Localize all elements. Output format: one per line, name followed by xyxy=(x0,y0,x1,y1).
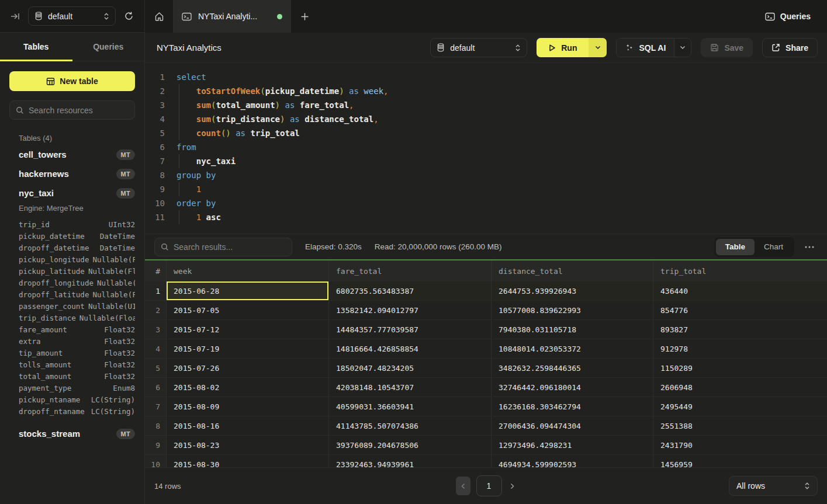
table-row: 92015-08-2339376089.20467850612973496.42… xyxy=(145,436,827,455)
table-cell[interactable]: 4694934.599902593 xyxy=(492,455,653,467)
next-page-button[interactable] xyxy=(508,481,517,492)
table-cell[interactable]: 23392463.94939961 xyxy=(329,455,492,467)
table-cell[interactable]: 893827 xyxy=(653,320,827,339)
table-cell[interactable]: 2015-08-30 xyxy=(167,455,329,467)
sidebar-body: New table Tables (4) cell_towersMThacker… xyxy=(0,61,144,504)
home-button[interactable] xyxy=(145,0,173,33)
results-search-input[interactable] xyxy=(174,242,286,252)
previous-page-button[interactable] xyxy=(456,477,470,495)
table-cell[interactable]: 3482632.2598446365 xyxy=(492,359,653,377)
table-cell[interactable]: 18502047.48234205 xyxy=(329,359,492,377)
save-label: Save xyxy=(724,43,743,53)
view-toggle-chart[interactable]: Chart xyxy=(755,239,793,255)
table-cell[interactable]: 13582142.094012797 xyxy=(329,301,492,319)
table-cell[interactable]: 2495449 xyxy=(653,397,827,416)
table-cell[interactable]: 14816664.426858854 xyxy=(329,339,492,358)
table-cell[interactable]: 27006436.094474304 xyxy=(492,416,653,435)
table-name: nyc_taxi xyxy=(19,188,54,198)
sql-editor[interactable]: 1select2 toStartOfWeek(pickup_datetime) … xyxy=(145,63,827,234)
queries-shortcut[interactable]: Queries xyxy=(765,12,811,21)
table-name: hackernews xyxy=(19,169,69,179)
run-options-button[interactable] xyxy=(589,38,607,57)
sql-ai-button[interactable]: SQL AI xyxy=(617,39,674,57)
chevron-up-down-icon xyxy=(515,44,521,52)
new-table-button[interactable]: New table xyxy=(9,71,135,91)
code-line: 2 toStartOfWeek(pickup_datetime) as week… xyxy=(145,84,827,98)
table-cell[interactable]: 10577008.839622993 xyxy=(492,301,653,319)
table-row: 22015-07-0513582142.09401279710577008.83… xyxy=(145,301,827,320)
table-cell[interactable]: 7940380.031105718 xyxy=(492,320,653,339)
collapse-sidebar-button[interactable] xyxy=(8,9,22,23)
column-type: Float32 xyxy=(104,349,135,357)
table-cell[interactable]: 2015-08-23 xyxy=(167,436,329,454)
column-header: trip_total xyxy=(653,260,827,281)
more-options-button[interactable] xyxy=(801,244,818,251)
share-button[interactable]: Share xyxy=(762,38,818,57)
sql-ai-label: SQL AI xyxy=(639,43,666,53)
table-cell[interactable]: 41143785.507074386 xyxy=(329,416,492,435)
table-cell[interactable]: 2015-08-09 xyxy=(167,397,329,416)
line-number: 4 xyxy=(145,114,165,124)
column-type: Enum8 xyxy=(113,384,135,392)
chevron-down-icon xyxy=(680,46,686,50)
row-number-cell: 6 xyxy=(145,378,167,397)
new-tab-button[interactable] xyxy=(291,0,318,33)
table-cell[interactable]: 6802735.563483387 xyxy=(329,281,492,300)
sidebar-table-item[interactable]: stocks_streamMT xyxy=(19,424,135,443)
resource-search-input[interactable] xyxy=(29,106,134,115)
selected-cell[interactable]: 2015-06-28 xyxy=(167,281,329,300)
sidebar-table-item[interactable]: cell_towersMT xyxy=(19,145,135,164)
table-cell[interactable]: 39376089.204678506 xyxy=(329,436,492,454)
column-definition: total_amountFloat32 xyxy=(19,370,135,382)
code-text: select xyxy=(177,72,206,82)
table-cell[interactable]: 40599031.36603941 xyxy=(329,397,492,416)
table-cell[interactable]: 2015-08-16 xyxy=(167,416,329,435)
results-table-body: 12015-06-286802735.5634833872644753.9399… xyxy=(145,281,827,467)
sidebar-tab-queries[interactable]: Queries xyxy=(72,33,145,61)
table-cell[interactable]: 2015-07-19 xyxy=(167,339,329,358)
sidebar-table-item[interactable]: nyc_taxiMT xyxy=(19,183,135,203)
table-cell[interactable]: 854776 xyxy=(653,301,827,319)
database-selector[interactable]: default xyxy=(28,6,116,26)
column-definition: dropoff_latitudeNullable(Fl xyxy=(19,289,135,300)
query-tab[interactable]: NYTaxi Analyti... xyxy=(173,0,291,33)
table-cell[interactable]: 1456959 xyxy=(653,455,827,467)
table-cell[interactable]: 32746442.096180014 xyxy=(492,378,653,397)
search-icon xyxy=(16,106,24,114)
table-cell[interactable]: 2015-08-02 xyxy=(167,378,329,397)
editor-database-selector[interactable]: default xyxy=(430,38,527,57)
row-number-cell: 2 xyxy=(145,301,167,319)
table-cell[interactable]: 912978 xyxy=(653,339,827,358)
column-definition: pickup_latitudeNullable(Flo xyxy=(19,265,135,277)
table-cell[interactable]: 2644753.939926943 xyxy=(492,281,653,300)
table-row: 42015-07-1914816664.42685885410848014.02… xyxy=(145,339,827,359)
refresh-icon xyxy=(124,11,134,21)
run-button[interactable]: Run xyxy=(537,38,589,57)
view-toggle: Table Chart xyxy=(714,237,794,257)
table-cell[interactable]: 436440 xyxy=(653,281,827,300)
current-page[interactable]: 1 xyxy=(476,475,502,496)
table-cell[interactable]: 10848014.023053372 xyxy=(492,339,653,358)
refresh-button[interactable] xyxy=(122,9,136,23)
save-button[interactable]: Save xyxy=(701,38,753,57)
sql-ai-options-button[interactable] xyxy=(674,39,691,57)
table-cell[interactable]: 14484357.777039587 xyxy=(329,320,492,339)
table-cell[interactable]: 12973496.4298231 xyxy=(492,436,653,454)
table-cell[interactable]: 2551388 xyxy=(653,416,827,435)
table-cell[interactable]: 2431790 xyxy=(653,436,827,454)
table-cell[interactable]: 42038148.10543707 xyxy=(329,378,492,397)
page-size-selector[interactable]: All rows xyxy=(729,476,818,496)
chevron-down-icon xyxy=(595,46,601,50)
table-cell[interactable]: 2015-07-26 xyxy=(167,359,329,377)
table-cell[interactable]: 2015-07-12 xyxy=(167,320,329,339)
sidebar-table-item[interactable]: hackernewsMT xyxy=(19,164,135,183)
table-cell[interactable]: 16236168.303462794 xyxy=(492,397,653,416)
table-cell[interactable]: 1150289 xyxy=(653,359,827,377)
table-cell[interactable]: 2015-07-05 xyxy=(167,301,329,319)
view-toggle-table[interactable]: Table xyxy=(716,239,755,255)
sidebar-tab-tables[interactable]: Tables xyxy=(0,33,72,61)
database-icon xyxy=(437,43,445,52)
table-row: 12015-06-286802735.5634833872644753.9399… xyxy=(145,281,827,301)
results-table-header: #weekfare_totaldistance_totaltrip_total xyxy=(145,260,827,281)
table-cell[interactable]: 2606948 xyxy=(653,378,827,397)
